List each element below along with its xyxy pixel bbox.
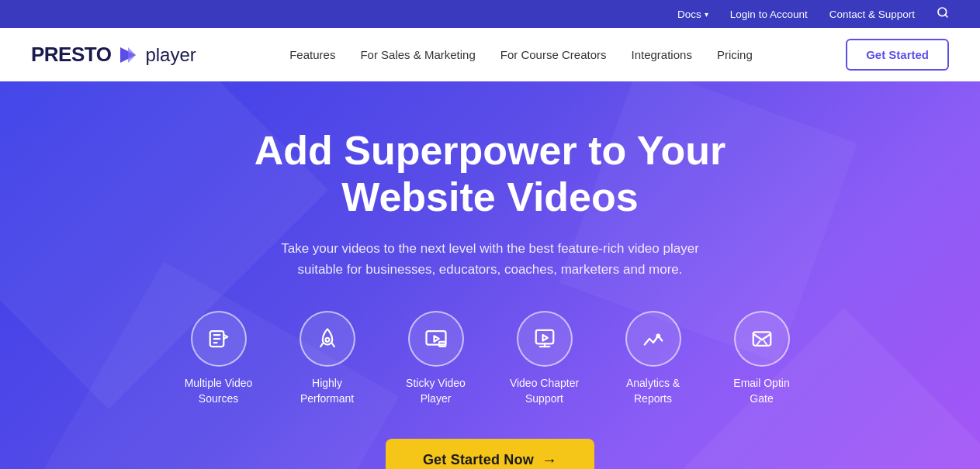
nav-item-sales[interactable]: For Sales & Marketing	[360, 48, 475, 62]
cta-label: Get Started Now	[423, 452, 534, 468]
svg-marker-3	[128, 47, 136, 63]
feature-sticky: Sticky VideoPlayer	[382, 311, 490, 406]
chevron-down-icon: ▾	[705, 10, 708, 19]
login-link[interactable]: Login to Account	[730, 9, 808, 20]
feature-chapter: Video ChapterSupport	[490, 311, 599, 406]
video-sources-icon-circle	[191, 311, 247, 367]
chapter-icon	[533, 327, 556, 350]
nav-course-link[interactable]: For Course Creators	[500, 48, 607, 61]
logo-presto-text: PRESTO	[31, 43, 111, 67]
nav-item-features[interactable]: Features	[289, 48, 335, 62]
analytics-icon-circle	[625, 311, 681, 367]
video-sources-label: Multiple VideoSources	[185, 376, 253, 406]
sticky-icon-circle	[408, 311, 464, 367]
logo-player-text: player	[145, 44, 196, 66]
logo[interactable]: PRESTO player	[31, 43, 196, 67]
navbar: PRESTO player Features For Sales & Marke…	[0, 28, 980, 81]
docs-label: Docs	[677, 9, 701, 20]
sticky-label: Sticky VideoPlayer	[406, 376, 466, 406]
svg-point-8	[325, 338, 329, 342]
email-icon-circle	[734, 311, 790, 367]
top-bar: Docs ▾ Login to Account Contact & Suppor…	[0, 0, 980, 28]
hero-section: Add Superpower to Your Website Videos Ta…	[0, 81, 980, 469]
contact-link[interactable]: Contact & Support	[829, 9, 915, 20]
hero-title-line1: Add Superpower to Your	[255, 128, 726, 173]
video-sources-icon	[207, 327, 230, 350]
email-label: Email OptinGate	[733, 376, 789, 406]
feature-email: Email OptinGate	[708, 311, 816, 406]
get-started-button[interactable]: Get Started	[846, 39, 949, 71]
hero-content: Add Superpower to Your Website Videos Ta…	[164, 128, 816, 469]
svg-rect-10	[438, 342, 445, 347]
feature-performant: HighlyPerformant	[273, 311, 382, 406]
nav-pricing-link[interactable]: Pricing	[717, 48, 753, 61]
nav-features-link[interactable]: Features	[289, 48, 335, 61]
chapter-label: Video ChapterSupport	[510, 376, 579, 406]
email-icon	[750, 327, 774, 350]
nav-links: Features For Sales & Marketing For Cours…	[289, 48, 753, 62]
search-icon[interactable]	[937, 6, 949, 22]
nav-sales-link[interactable]: For Sales & Marketing	[360, 48, 475, 61]
cta-get-started-button[interactable]: Get Started Now →	[386, 439, 594, 469]
hero-subtitle: Take your videos to the next level with …	[258, 238, 723, 280]
feature-analytics: Analytics &Reports	[599, 311, 708, 406]
analytics-icon	[642, 327, 665, 350]
feature-video-sources: Multiple VideoSources	[164, 311, 273, 406]
nav-item-integrations[interactable]: Integrations	[632, 48, 692, 62]
features-row: Multiple VideoSources HighlyPerformant	[164, 311, 816, 406]
hero-title-line2: Website Videos	[341, 174, 638, 219]
performant-icon-circle	[300, 311, 355, 367]
analytics-label: Analytics &Reports	[626, 376, 680, 406]
rocket-icon	[316, 327, 339, 350]
chapter-icon-circle	[517, 311, 573, 367]
sticky-icon	[424, 327, 448, 350]
svg-line-1	[945, 15, 947, 17]
nav-item-pricing[interactable]: Pricing	[717, 48, 753, 62]
performant-label: HighlyPerformant	[300, 376, 354, 406]
cta-arrow-icon: →	[542, 451, 557, 469]
hero-title: Add Superpower to Your Website Videos	[164, 128, 816, 221]
nav-integrations-link[interactable]: Integrations	[632, 48, 692, 61]
nav-item-course[interactable]: For Course Creators	[500, 48, 607, 62]
logo-icon	[117, 44, 139, 66]
docs-menu[interactable]: Docs ▾	[677, 9, 708, 20]
